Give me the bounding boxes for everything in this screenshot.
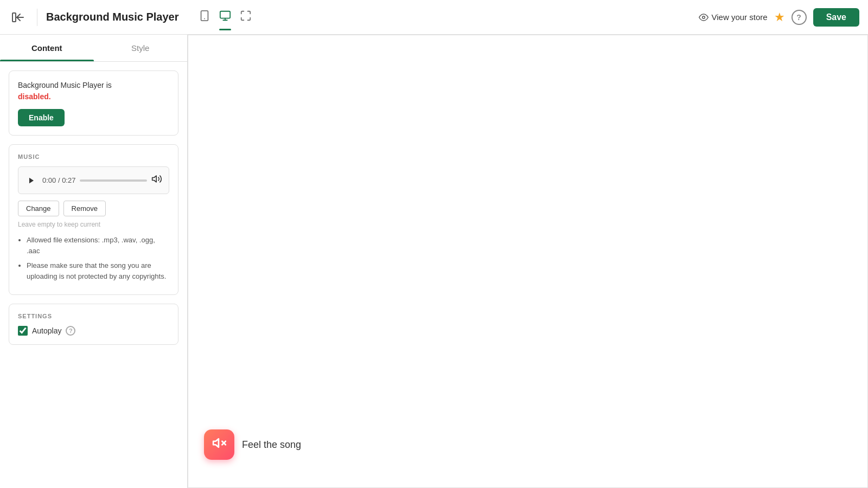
status-message: Background Music Player is disabled. (18, 80, 169, 102)
bullet-item-2: Please make sure that the song you are u… (27, 260, 169, 281)
header-right: View your store ★ ? Save (699, 8, 859, 27)
preview-content (188, 35, 868, 488)
music-section-label: MUSIC (18, 153, 169, 160)
progress-bar[interactable] (80, 179, 147, 182)
svg-marker-8 (29, 177, 34, 183)
desktop-view-icon[interactable] (217, 8, 233, 27)
settings-section-label: SETTINGS (18, 313, 169, 319)
app-title: Background Music Player (46, 11, 179, 23)
header-divider (37, 9, 37, 26)
star-icon[interactable]: ★ (774, 10, 785, 24)
svg-marker-10 (213, 439, 219, 447)
autoplay-info-icon[interactable]: ? (66, 326, 75, 336)
sidebar-content: Background Music Player is disabled. Ena… (0, 62, 187, 354)
mobile-view-icon[interactable] (196, 8, 213, 27)
enable-button[interactable]: Enable (18, 109, 65, 126)
audio-player: 0:00 / 0:27 (18, 166, 169, 194)
autoplay-row: Autoplay ? (18, 326, 169, 336)
svg-rect-4 (220, 11, 229, 18)
preview-area: Feel the song (188, 35, 868, 488)
device-switcher (196, 8, 254, 27)
music-card: MUSIC 0:00 / 0:27 Change (9, 144, 178, 295)
back-button[interactable] (9, 8, 28, 27)
autoplay-checkbox[interactable] (18, 326, 28, 336)
time-display: 0:00 / 0:27 (42, 176, 75, 184)
view-store-link[interactable]: View your store (699, 12, 768, 22)
svg-point-7 (702, 16, 705, 18)
sidebar: Content Style Background Music Player is… (0, 35, 188, 488)
volume-icon[interactable] (151, 174, 162, 187)
music-widget: Feel the song (204, 429, 301, 460)
status-card: Background Music Player is disabled. Ena… (9, 70, 178, 136)
autoplay-label: Autoplay (32, 326, 61, 335)
status-prefix: Background Music Player is (18, 81, 112, 89)
mute-icon (212, 436, 226, 453)
expand-view-icon[interactable] (238, 8, 254, 27)
svg-rect-1 (12, 13, 16, 22)
main-layout: Content Style Background Music Player is… (0, 35, 868, 488)
status-word: disabled. (18, 92, 51, 101)
tab-style[interactable]: Style (94, 35, 188, 61)
change-button[interactable]: Change (18, 201, 59, 216)
sidebar-tabs: Content Style (0, 35, 187, 62)
view-store-label: View your store (712, 12, 768, 22)
song-label: Feel the song (242, 439, 301, 451)
tab-content[interactable]: Content (0, 35, 94, 61)
audio-controls: 0:00 / 0:27 (25, 174, 162, 187)
helper-text: Leave empty to keep current (18, 221, 169, 228)
bullet-item-1: Allowed file extensions: .mp3, .wav, .og… (27, 235, 169, 256)
settings-card: SETTINGS Autoplay ? (9, 304, 178, 345)
remove-button[interactable]: Remove (63, 201, 106, 216)
play-button[interactable] (25, 174, 38, 187)
save-button[interactable]: Save (813, 8, 859, 27)
help-icon[interactable]: ? (792, 10, 807, 25)
bullet-list: Allowed file extensions: .mp3, .wav, .og… (27, 235, 169, 281)
svg-marker-9 (152, 176, 157, 182)
music-toggle-button[interactable] (204, 429, 234, 460)
file-actions: Change Remove (18, 201, 169, 216)
app-header: Background Music Player View your store … (0, 0, 868, 35)
